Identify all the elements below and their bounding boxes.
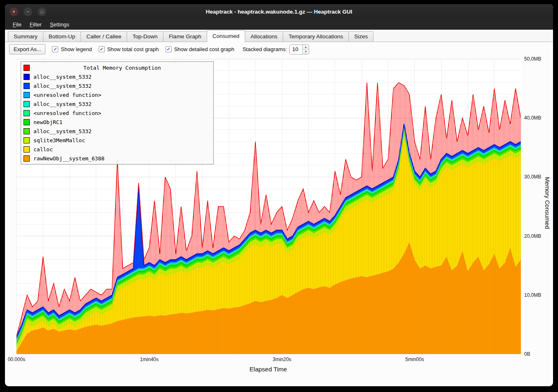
legend-label: <unresolved function> — [33, 110, 101, 116]
minimize-button[interactable]: − — [24, 7, 32, 16]
legend-label: calloc — [33, 146, 53, 153]
chart-legend: Total Memory Consumptionalloc__system_53… — [21, 61, 214, 164]
spinbox-up-icon[interactable]: ▲ — [303, 45, 309, 50]
window-controls: ×−□ — [9, 7, 46, 16]
menu-filter[interactable]: Filter — [26, 20, 45, 29]
checkbox-icon: ✓ — [166, 46, 172, 52]
legend-label: <unresolved function> — [33, 92, 101, 98]
legend-item: alloc__system_5332 — [24, 81, 211, 90]
y-tick-label: 20,0MB — [524, 233, 550, 239]
legend-swatch — [24, 146, 30, 153]
tab-bottom-up[interactable]: Bottom-Up — [43, 31, 81, 42]
tab-caller-callee[interactable]: Caller / Callee — [80, 31, 127, 42]
legend-swatch — [24, 74, 30, 80]
legend-item: rawNewObj__system_6388 — [24, 154, 211, 163]
y-tick-label: 10,0MB — [524, 292, 550, 298]
tab-summary[interactable]: Summary — [8, 31, 43, 42]
titlebar[interactable]: ×−□ Heaptrack - heaptrack.wakunode.1.gz … — [5, 4, 553, 19]
stacked-diagrams-label: Stacked diagrams: — [243, 46, 287, 52]
export-as-button[interactable]: Export As... — [9, 44, 45, 54]
menubar: FileFilterSettings — [5, 19, 553, 30]
y-tick-label: 40,0MB — [524, 115, 550, 121]
legend-label: alloc__system_5332 — [33, 128, 92, 134]
maximize-button[interactable]: □ — [38, 7, 46, 16]
checkbox-show-detailed-cost-graph[interactable]: ✓Show detailed cost graph — [166, 46, 234, 52]
checkbox-show-legend[interactable]: ✓Show legend — [52, 46, 92, 52]
checkbox-show-total-cost-graph[interactable]: ✓Show total cost graph — [99, 46, 159, 52]
legend-swatch — [24, 119, 30, 125]
tab-sizes[interactable]: Sizes — [348, 31, 374, 42]
y-tick-label: 0B — [524, 351, 550, 357]
tab-temporary-allocations[interactable]: Temporary Allocations — [283, 31, 349, 42]
legend-item: <unresolved function> — [24, 90, 211, 99]
toolbar: Export As... ✓Show legend✓Show total cos… — [5, 42, 553, 56]
menu-settings[interactable]: Settings — [46, 20, 73, 29]
legend-swatch — [24, 137, 30, 143]
legend-swatch — [24, 65, 30, 71]
toolbar-checkboxes: ✓Show legend✓Show total cost graph✓Show … — [52, 46, 234, 52]
legend-label: alloc__system_5332 — [33, 83, 92, 89]
tab-consumed[interactable]: Consumed — [207, 30, 245, 42]
legend-label: Total Memory Consumption — [33, 65, 211, 71]
legend-swatch — [24, 110, 30, 116]
y-tick-label: 50,0MB — [524, 56, 550, 62]
stacked-diagrams-spinbox[interactable]: ▲ ▼ — [289, 45, 309, 54]
legend-item: alloc__system_5332 — [24, 99, 211, 108]
legend-swatch — [24, 92, 30, 98]
legend-item: <unresolved function> — [24, 108, 211, 117]
x-tick-label: 00.000s — [8, 357, 26, 362]
legend-swatch — [24, 83, 30, 89]
legend-item: calloc — [24, 145, 211, 154]
legend-item: alloc__system_5332 — [24, 72, 211, 81]
legend-swatch — [24, 155, 30, 162]
legend-label: alloc__system_5332 — [33, 101, 92, 107]
tab-bar: SummaryBottom-UpCaller / CalleeTop-DownF… — [5, 30, 553, 42]
legend-item: Total Memory Consumption — [24, 63, 211, 72]
legend-item: newObjRC1 — [24, 117, 211, 127]
x-tick-label: 1min40s — [140, 357, 158, 362]
stacked-diagrams-input[interactable] — [290, 45, 302, 54]
legend-label: newObjRC1 — [33, 119, 62, 125]
tab-flame-graph[interactable]: Flame Graph — [163, 31, 207, 42]
tab-allocations[interactable]: Allocations — [245, 31, 283, 42]
y-axis-title: Memory Consumed — [544, 177, 551, 229]
chart-area: Total Memory Consumptionalloc__system_53… — [7, 56, 551, 385]
menu-file[interactable]: File — [9, 20, 25, 29]
x-tick-label: 5min00s — [405, 357, 424, 362]
checkbox-icon: ✓ — [52, 46, 58, 52]
spinbox-down-icon[interactable]: ▼ — [303, 49, 309, 54]
legend-label: sqlite3MemMalloc — [33, 137, 85, 143]
legend-swatch — [24, 101, 30, 107]
legend-item: sqlite3MemMalloc — [24, 136, 211, 145]
spinbox-buttons: ▲ ▼ — [302, 45, 309, 54]
x-tick-label: 3min20s — [272, 357, 291, 362]
checkbox-icon: ✓ — [99, 46, 105, 52]
x-axis-title: Elapsed Time — [250, 366, 287, 373]
legend-swatch — [24, 128, 30, 134]
legend-label: alloc__system_5332 — [33, 74, 92, 80]
heaptrack-window: ×−□ Heaptrack - heaptrack.wakunode.1.gz … — [5, 4, 553, 386]
checkbox-label: Show detailed cost graph — [174, 46, 234, 52]
tab-top-down[interactable]: Top-Down — [127, 31, 163, 42]
legend-item: alloc__system_5332 — [24, 127, 211, 136]
window-title: Heaptrack - heaptrack.wakunode.1.gz — He… — [5, 9, 553, 15]
checkbox-label: Show legend — [61, 46, 92, 52]
checkbox-label: Show total cost graph — [107, 46, 159, 52]
close-button[interactable]: × — [9, 7, 18, 16]
legend-label: rawNewObj__system_6388 — [33, 155, 104, 162]
